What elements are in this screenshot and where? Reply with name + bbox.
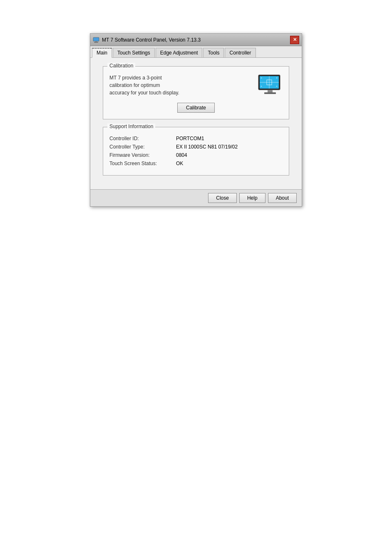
controller-type-value: EX II 1000SC N81 07/19/02 [176, 144, 238, 150]
firmware-version-value: 0804 [176, 152, 187, 158]
svg-rect-2 [94, 42, 98, 43]
support-row-controller-id: Controller ID: PORTCOM1 [109, 136, 283, 141]
tab-bar: Main Touch Settings Edge Adjustment Tool… [90, 46, 302, 58]
close-footer-button[interactable]: Close [208, 193, 237, 203]
window-title: MT 7 Software Control Panel, Version 7.1… [102, 37, 201, 43]
tab-tools[interactable]: Tools [203, 48, 224, 57]
calibration-section: Calibration MT 7 provides a 3-point cali… [103, 66, 289, 119]
calibration-description: MT 7 provides a 3-point calibration for … [109, 74, 179, 97]
support-section: Support Information Controller ID: PORTC… [103, 127, 289, 176]
main-window: MT 7 Software Control Panel, Version 7.1… [90, 33, 302, 207]
support-table: Controller ID: PORTCOM1 Controller Type:… [109, 131, 283, 166]
svg-text:+: + [276, 85, 278, 88]
support-row-controller-type: Controller Type: EX II 1000SC N81 07/19/… [109, 144, 283, 150]
touch-screen-status-value: OK [176, 161, 183, 166]
svg-rect-13 [264, 92, 276, 94]
app-icon [93, 37, 99, 43]
footer: Close Help About [90, 189, 302, 206]
title-bar-left: MT 7 Software Control Panel, Version 7.1… [93, 37, 201, 43]
help-button[interactable]: Help [239, 193, 265, 203]
svg-rect-12 [268, 90, 273, 93]
about-button[interactable]: About [268, 193, 297, 203]
controller-id-value: PORTCOM1 [176, 136, 204, 141]
controller-id-label: Controller ID: [109, 136, 176, 141]
tab-edge-adjustment[interactable]: Edge Adjustment [156, 48, 203, 57]
touch-screen-status-label: Touch Screen Status: [109, 161, 176, 166]
main-content: Calibration MT 7 provides a 3-point cali… [90, 58, 302, 189]
tab-touch-settings[interactable]: Touch Settings [113, 48, 155, 57]
tab-controller[interactable]: Controller [225, 48, 256, 57]
support-section-title: Support Information [107, 124, 155, 129]
close-button[interactable]: ✕ [290, 36, 299, 44]
calibrate-button-row: Calibrate [109, 103, 283, 113]
controller-type-label: Controller Type: [109, 144, 176, 150]
svg-text:+: + [261, 77, 262, 79]
tab-main[interactable]: Main [92, 48, 112, 58]
calibration-inner: MT 7 provides a 3-point calibration for … [109, 71, 283, 97]
monitor-icon: + + + + [258, 74, 283, 97]
calibration-section-title: Calibration [107, 63, 135, 69]
svg-text:+: + [261, 85, 262, 88]
support-row-firmware-version: Firmware Version: 0804 [109, 152, 283, 158]
title-bar: MT 7 Software Control Panel, Version 7.1… [90, 34, 302, 46]
support-row-touch-screen-status: Touch Screen Status: OK [109, 161, 283, 166]
calibrate-button[interactable]: Calibrate [177, 103, 215, 113]
svg-text:+: + [276, 77, 278, 79]
svg-rect-0 [93, 37, 99, 41]
svg-rect-1 [95, 41, 97, 42]
firmware-version-label: Firmware Version: [109, 152, 176, 158]
